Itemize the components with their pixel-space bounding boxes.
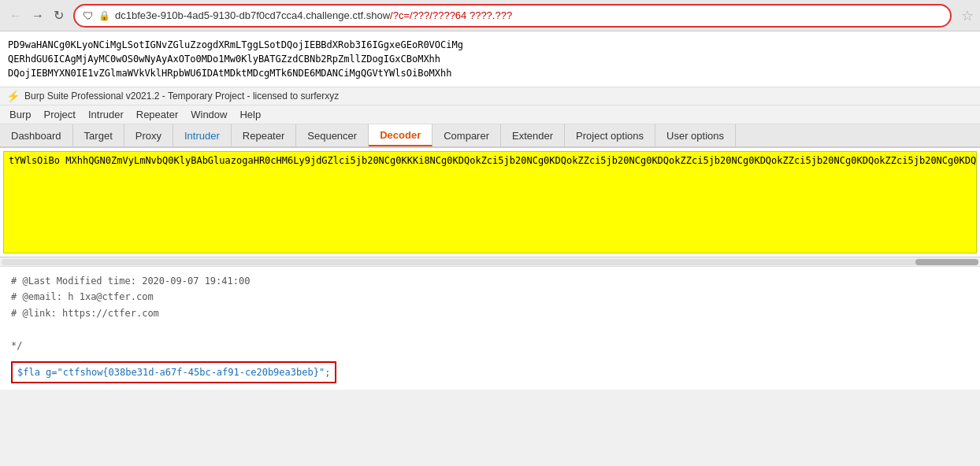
decoded-text-area[interactable]: # @Last Modified time: 2020-09-07 19:41:… xyxy=(0,266,980,390)
tab-sequencer[interactable]: Sequencer xyxy=(296,124,369,146)
decoded-line-1: # @Last Modified time: 2020-09-07 19:41:… xyxy=(11,273,969,289)
tab-user-options[interactable]: User options xyxy=(655,124,736,146)
tab-repeater[interactable]: Repeater xyxy=(232,124,296,146)
decoded-line-3: # @link: https://ctfer.com xyxy=(11,305,969,321)
decoder-panel: tYWlsOiBo MXhhQGN0ZmVyLmNvbQ0KlyBAbGluaz… xyxy=(0,148,980,390)
decoded-line-4 xyxy=(11,321,969,337)
tab-project-options[interactable]: Project options xyxy=(565,124,655,146)
decoded-line-5: */ xyxy=(11,338,969,353)
refresh-button[interactable]: ↻ xyxy=(50,6,67,24)
lock-icon: 🔒 xyxy=(98,10,110,21)
browser-chrome: ← → ↻ 🛡 🔒 dc1bfe3e-910b-4ad5-9130-db7f0c… xyxy=(0,0,980,31)
menu-burp[interactable]: Burp xyxy=(3,107,37,122)
scrollbar-track xyxy=(2,259,978,265)
tab-proxy[interactable]: Proxy xyxy=(124,124,173,146)
menu-repeater[interactable]: Repeater xyxy=(130,107,184,122)
website-line-3: DQojIEBMYXN0IE1vZGlmaWVkVklHRpbWU6IDAtMD… xyxy=(8,66,972,80)
decoded-line-2: # @email: h 1xa@ctfer.com xyxy=(11,289,969,305)
nav-buttons: ← → ↻ xyxy=(6,6,67,24)
menu-project[interactable]: Project xyxy=(37,107,81,122)
tab-comparer[interactable]: Comparer xyxy=(432,124,501,146)
tab-dashboard[interactable]: Dashboard xyxy=(0,124,73,146)
burp-logo-icon: ⚡ xyxy=(6,90,20,102)
tab-target[interactable]: Target xyxy=(73,124,124,146)
menu-window[interactable]: Window xyxy=(184,107,233,122)
website-content: PD9waHANCg0KLyoNCiMgLSotIGNvZGluZzogdXRm… xyxy=(0,31,980,87)
burp-suite-app: ⚡ Burp Suite Professional v2021.2 - Temp… xyxy=(0,87,980,390)
address-bar[interactable]: 🛡 🔒 dc1bfe3e-910b-4ad5-9130-db7f0cd7cca4… xyxy=(73,4,952,28)
tab-bar: Dashboard Target Proxy Intruder Repeater… xyxy=(0,124,980,148)
forward-button[interactable]: → xyxy=(28,7,47,24)
encoded-text-area[interactable]: tYWlsOiBo MXhhQGN0ZmVyLmNvbQ0KlyBAbGluaz… xyxy=(3,151,977,253)
address-query: /?c=/???/????64 ????.??? xyxy=(390,9,512,21)
menu-intruder[interactable]: Intruder xyxy=(82,107,130,122)
website-line-1: PD9waHANCg0KLyoNCiMgLSotIGNvZGluZzogdXRm… xyxy=(8,38,972,52)
tab-extender[interactable]: Extender xyxy=(501,124,565,146)
flag-container: $fla g="ctfshow{038be31d-a67f-45bc-af91-… xyxy=(11,358,969,383)
back-button[interactable]: ← xyxy=(6,7,25,24)
website-line-2: QERhdGU6ICAgMjAyMC0wOS0wNyAyAxOTo0MDo1Mw… xyxy=(8,52,972,66)
burp-titlebar: ⚡ Burp Suite Professional v2021.2 - Temp… xyxy=(0,87,980,105)
address-domain: dc1bfe3e-910b-4ad5-9130-db7f0cd7cca4.cha… xyxy=(115,9,390,21)
tab-decoder[interactable]: Decoder xyxy=(369,124,432,146)
burp-title: Burp Suite Professional v2021.2 - Tempor… xyxy=(24,91,339,102)
horizontal-scrollbar[interactable] xyxy=(0,257,980,266)
shield-icon: 🛡 xyxy=(83,9,94,22)
bookmark-button[interactable]: ☆ xyxy=(961,7,974,24)
burp-menubar: Burp Project Intruder Repeater Window He… xyxy=(0,105,980,124)
menu-help[interactable]: Help xyxy=(233,107,267,122)
encoded-content: tYWlsOiBo MXhhQGN0ZmVyLmNvbQ0KlyBAbGluaz… xyxy=(9,155,971,166)
flag-line: $fla g="ctfshow{038be31d-a67f-45bc-af91-… xyxy=(11,361,336,383)
scrollbar-thumb[interactable] xyxy=(915,259,978,265)
tab-intruder[interactable]: Intruder xyxy=(173,124,232,146)
address-text: dc1bfe3e-910b-4ad5-9130-db7f0cd7cca4.cha… xyxy=(115,9,942,21)
